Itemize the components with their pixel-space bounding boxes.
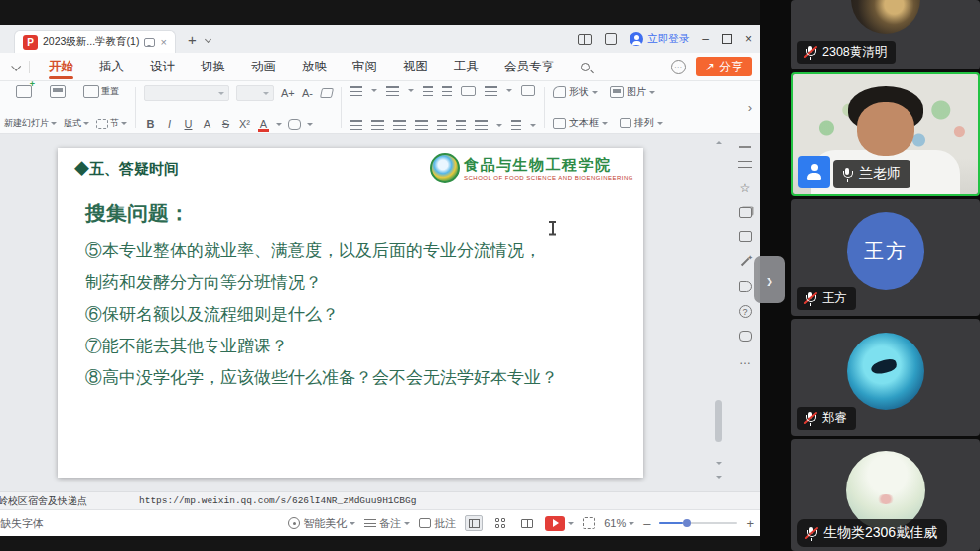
- scroll-up-icon[interactable]: [716, 138, 722, 144]
- align-left-icon[interactable]: [350, 120, 362, 130]
- column-icon[interactable]: [456, 120, 466, 130]
- layout-icon[interactable]: [50, 85, 66, 98]
- new-slide-button[interactable]: 新建幻灯片: [4, 117, 57, 130]
- participant-tile-daijiawei[interactable]: 生物类2306戴佳威: [791, 439, 980, 551]
- slide-section-title[interactable]: ◆五、答疑时间: [74, 160, 179, 179]
- share-button[interactable]: ↗ 分享: [696, 57, 752, 76]
- slide[interactable]: ◆五、答疑时间 食品与生物工程学院 SCHOOL OF FOOD SCIENCE…: [58, 148, 643, 478]
- design-library-icon[interactable]: [739, 281, 752, 292]
- normal-view-button[interactable]: [465, 515, 483, 531]
- text-effects-icon[interactable]: [288, 119, 301, 130]
- object-properties-icon[interactable]: [738, 161, 752, 169]
- increase-indent-icon[interactable]: [442, 86, 452, 96]
- zoom-slider[interactable]: [659, 522, 737, 524]
- tab-list-chevron-icon[interactable]: [205, 35, 211, 42]
- notes-url[interactable]: https://mp.weixin.qq.com/s/626lI4NR_zMdG…: [139, 495, 416, 506]
- tab-tools[interactable]: 工具: [441, 53, 491, 81]
- slide-canvas[interactable]: ◆五、答疑时间 食品与生物工程学院 SCHOOL OF FOOD SCIENCE…: [0, 134, 760, 491]
- tab-insert[interactable]: 插入: [86, 53, 137, 81]
- favorites-star-icon[interactable]: ☆: [738, 182, 752, 195]
- bullet-list-icon[interactable]: [350, 86, 362, 96]
- paragraph-spacing-icon[interactable]: [511, 120, 521, 130]
- grow-font-button[interactable]: A+: [281, 87, 294, 99]
- fit-slide-button[interactable]: [583, 517, 595, 529]
- more-options-icon[interactable]: …: [738, 354, 752, 367]
- align-right-icon[interactable]: [393, 120, 406, 130]
- font-size-select[interactable]: [236, 85, 274, 101]
- notes-strip[interactable]: 岭校区宿舍及快递点 https://mp.weixin.qq.com/s/626…: [0, 491, 760, 509]
- zoom-out-button[interactable]: –: [643, 516, 650, 531]
- distribute-icon[interactable]: [437, 120, 447, 130]
- new-tab-button[interactable]: +: [188, 31, 197, 48]
- participant-tile-lanlaoshi-active-speaker[interactable]: 兰老师: [791, 72, 980, 196]
- new-slide-icon[interactable]: [16, 85, 32, 98]
- feedback-icon[interactable]: ···: [671, 60, 686, 74]
- clear-format-icon[interactable]: [320, 88, 334, 98]
- smart-beautify-wand-icon[interactable]: [738, 255, 752, 268]
- participant-tile-wangfang[interactable]: 王方 王方: [791, 199, 980, 316]
- shape-library-icon[interactable]: [739, 207, 752, 218]
- layout-button[interactable]: 版式: [64, 117, 89, 130]
- collapse-ribbon-chevron-icon[interactable]: [11, 61, 21, 70]
- convert-smartart-icon[interactable]: [521, 85, 535, 96]
- minimize-button[interactable]: –: [702, 33, 709, 45]
- tab-home[interactable]: 开始: [36, 53, 86, 81]
- line-spacing-icon[interactable]: [475, 120, 488, 130]
- search-icon[interactable]: [581, 63, 590, 71]
- workspace-icon[interactable]: [605, 33, 617, 45]
- slideshow-button[interactable]: [545, 516, 574, 531]
- highlight-color-dropdown-icon[interactable]: [276, 123, 282, 129]
- section-button[interactable]: 节: [96, 117, 127, 130]
- collapse-pane-icon[interactable]: [739, 146, 751, 148]
- participant-tile-huangqingming[interactable]: 2308黄清明: [791, 0, 980, 69]
- document-tab[interactable]: P 2023级新...学教育(1) ×: [14, 30, 176, 53]
- font-color-button[interactable]: A: [257, 118, 270, 130]
- slide-text-block[interactable]: 搜集问题： ⑤本专业整体的就业率、满意度，以及后面的专业分流情况， 制药和发酵分…: [85, 200, 624, 394]
- zoom-level[interactable]: 61%: [604, 517, 634, 529]
- tab-animation[interactable]: 动画: [238, 53, 289, 81]
- tab-close-icon[interactable]: ×: [160, 37, 166, 48]
- justify-icon[interactable]: [415, 120, 428, 130]
- notes-button[interactable]: 备注: [364, 516, 410, 531]
- missing-font-warning[interactable]: 缺失字体: [0, 516, 44, 531]
- smart-beautify-button[interactable]: 智能美化: [288, 516, 355, 531]
- participant-tile-zhengrui[interactable]: 郑睿: [791, 319, 980, 436]
- comment-button[interactable]: 批注: [419, 516, 456, 531]
- arrange-button[interactable]: 排列: [620, 116, 663, 130]
- textbox-button[interactable]: 文本框: [553, 116, 608, 130]
- shapes-button[interactable]: 形状: [553, 85, 598, 99]
- tab-transition[interactable]: 切换: [188, 53, 238, 81]
- scrollbar-thumb[interactable]: [715, 400, 722, 442]
- ribbon-expand-chevron-icon[interactable]: ›: [744, 100, 756, 115]
- tab-design[interactable]: 设计: [137, 53, 188, 81]
- close-button[interactable]: ×: [745, 33, 752, 45]
- vertical-scrollbar[interactable]: [714, 134, 724, 491]
- slide-sorter-button[interactable]: [491, 515, 509, 531]
- zoom-in-button[interactable]: +: [746, 516, 754, 531]
- reset-button[interactable]: 重置: [83, 85, 119, 98]
- align-center-icon[interactable]: [371, 120, 384, 130]
- tab-review[interactable]: 审阅: [340, 53, 390, 81]
- strikethrough-button[interactable]: S: [219, 118, 232, 130]
- previous-slide-icon[interactable]: [716, 462, 722, 468]
- next-slide-icon[interactable]: [716, 476, 722, 482]
- char-spacing-button[interactable]: A: [201, 118, 213, 130]
- zoom-slider-knob[interactable]: [683, 519, 691, 527]
- bold-button[interactable]: B: [144, 118, 157, 130]
- login-button[interactable]: 立即登录: [630, 32, 689, 46]
- picture-button[interactable]: 图片: [610, 85, 655, 99]
- underline-button[interactable]: U: [182, 118, 195, 130]
- decrease-indent-icon[interactable]: [423, 86, 433, 96]
- numbered-list-icon[interactable]: [386, 86, 399, 96]
- expand-panel-button[interactable]: ›: [754, 256, 785, 303]
- tab-member[interactable]: 会员专享: [491, 53, 567, 81]
- sort-text-icon[interactable]: [485, 86, 497, 96]
- comment-bubble-icon[interactable]: [144, 38, 155, 47]
- restore-button[interactable]: [722, 34, 732, 44]
- skin-icon[interactable]: [739, 331, 752, 342]
- text-direction-icon[interactable]: [461, 86, 476, 96]
- resource-icon[interactable]: [739, 231, 752, 242]
- shrink-font-button[interactable]: A-: [301, 87, 314, 99]
- tab-slideshow[interactable]: 放映: [289, 53, 340, 81]
- font-name-select[interactable]: [144, 85, 229, 101]
